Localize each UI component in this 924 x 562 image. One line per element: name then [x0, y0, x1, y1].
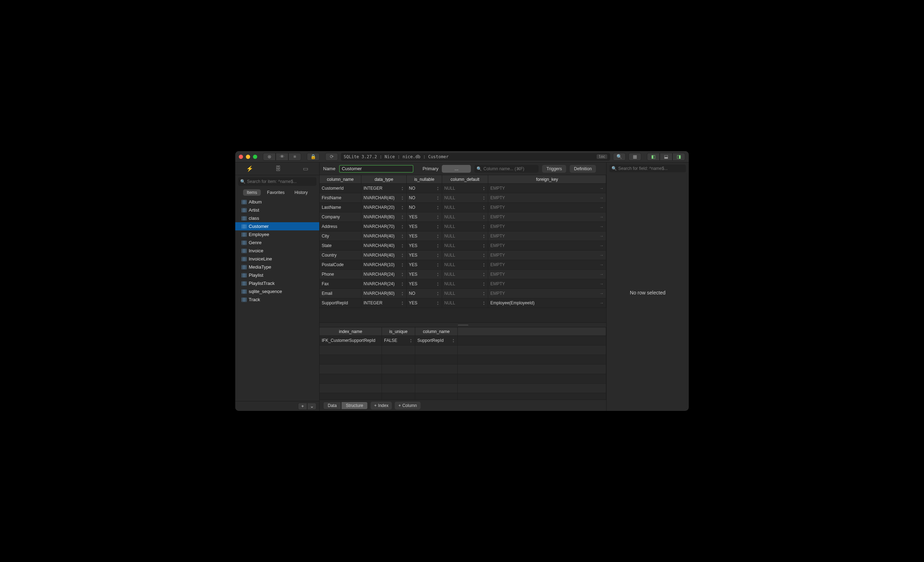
cell-column-name[interactable]: Company [320, 212, 362, 221]
cell-column-name[interactable]: Fax [320, 279, 362, 288]
arrow-right-icon[interactable]: → [600, 224, 604, 229]
cell-column-name[interactable]: Country [320, 251, 362, 260]
lock-icon[interactable]: 🔒 [307, 153, 320, 161]
tab-favorites[interactable]: Favorites [264, 189, 288, 196]
stepper-icon[interactable]: ▴▾ [410, 338, 414, 343]
cell-is-nullable[interactable]: YES▴▾ [407, 212, 442, 221]
sidebar-item[interactable]: Invoice [235, 247, 319, 255]
cell-foreign-key[interactable]: EMPTY→ [488, 251, 606, 260]
table-row[interactable]: IFK_CustomerSupportRepIdFALSE▴▾SupportRe… [320, 336, 606, 345]
table-row[interactable]: PhoneNVARCHAR(24)▴▾YES▴▾NULL▴▾EMPTY→ [320, 270, 606, 279]
cell-data-type[interactable]: NVARCHAR(70)▴▾ [362, 222, 407, 231]
cell-column-default[interactable]: NULL▴▾ [442, 270, 488, 279]
stepper-icon[interactable]: ▴▾ [437, 291, 441, 296]
cell-foreign-key[interactable]: EMPTY→ [488, 212, 606, 221]
sidebar-item[interactable]: Track [235, 296, 319, 303]
cell-data-type[interactable]: INTEGER▴▾ [362, 298, 407, 308]
stepper-icon[interactable]: ▴▾ [437, 300, 441, 306]
cell-column-default[interactable]: NULL▴▾ [442, 279, 488, 288]
cell-is-nullable[interactable]: YES▴▾ [407, 251, 442, 260]
stepper-icon[interactable]: ▴▾ [483, 224, 487, 229]
close-tab-icon[interactable]: ⊗ [263, 153, 276, 161]
cell-is-nullable[interactable]: YES▴▾ [407, 298, 442, 308]
table-row[interactable]: EmailNVARCHAR(60)▴▾NO▴▾NULL▴▾EMPTY→ [320, 289, 606, 298]
cell-column-name[interactable]: City [320, 232, 362, 241]
cell-column-name[interactable]: Phone [320, 270, 362, 279]
cell-column-default[interactable]: NULL▴▾ [442, 203, 488, 212]
cell-foreign-key[interactable]: Employee(EmployeeId)→ [488, 298, 606, 308]
arrow-right-icon[interactable]: → [600, 186, 604, 191]
list-icon[interactable]: ≡ [288, 153, 301, 161]
panel-bottom-icon[interactable]: ⬓ [660, 153, 672, 161]
sql-icon[interactable]: ▭ [303, 165, 308, 172]
cell-column-default[interactable]: NULL▴▾ [442, 232, 488, 241]
cell-column-default[interactable]: NULL▴▾ [442, 260, 488, 269]
cell-column-default[interactable]: NULL▴▾ [442, 193, 488, 202]
stepper-icon[interactable]: ▴▾ [483, 205, 487, 210]
cell-index-name[interactable]: IFK_CustomerSupportRepId [320, 336, 382, 345]
stepper-icon[interactable]: ▴▾ [483, 243, 487, 248]
cell-column-default[interactable]: NULL▴▾ [442, 241, 488, 250]
table-name-input[interactable] [339, 165, 414, 173]
cell-data-type[interactable]: NVARCHAR(40)▴▾ [362, 232, 407, 241]
eye-icon[interactable]: 👁 [276, 153, 288, 161]
cell-column-name[interactable]: SupportRepId [320, 298, 362, 308]
table-row[interactable]: StateNVARCHAR(40)▴▾YES▴▾NULL▴▾EMPTY→ [320, 241, 606, 251]
header-foreign-key[interactable]: foreign_key [488, 175, 606, 183]
triggers-button[interactable]: Triggers [542, 165, 566, 173]
sidebar-item[interactable]: MediaType [235, 263, 319, 271]
cell-foreign-key[interactable]: EMPTY→ [488, 232, 606, 241]
cell-is-nullable[interactable]: NO▴▾ [407, 203, 442, 212]
stepper-icon[interactable]: ▴▾ [402, 243, 405, 248]
stepper-icon[interactable]: ▴▾ [437, 205, 441, 210]
cell-column-default[interactable]: NULL▴▾ [442, 289, 488, 298]
sidebar-item[interactable]: Playlist [235, 271, 319, 279]
header-column-default[interactable]: column_default [442, 175, 488, 183]
database-icon[interactable]: 🗄 [275, 166, 281, 172]
stepper-icon[interactable]: ▴▾ [437, 233, 441, 239]
stepper-icon[interactable]: ▴▾ [483, 233, 487, 239]
cell-column-name[interactable]: CustomerId [320, 184, 362, 193]
table-row[interactable]: CompanyNVARCHAR(80)▴▾YES▴▾NULL▴▾EMPTY→ [320, 212, 606, 222]
stepper-icon[interactable]: ▴▾ [483, 252, 487, 258]
stepper-icon[interactable]: ▴▾ [437, 185, 441, 191]
sidebar-item[interactable]: Employee [235, 230, 319, 239]
cell-is-nullable[interactable]: YES▴▾ [407, 232, 442, 241]
stepper-icon[interactable]: ▴▾ [402, 224, 405, 229]
cell-data-type[interactable]: NVARCHAR(24)▴▾ [362, 270, 407, 279]
panel-left-icon[interactable]: ◧ [647, 153, 660, 161]
cell-data-type[interactable]: NVARCHAR(40)▴▾ [362, 193, 407, 202]
stepper-icon[interactable]: ▴▾ [402, 252, 405, 258]
cell-column-name[interactable]: Address [320, 222, 362, 231]
stepper-icon[interactable]: ▴▾ [402, 233, 405, 239]
definition-button[interactable]: Definition [570, 165, 596, 173]
table-row[interactable]: AddressNVARCHAR(70)▴▾YES▴▾NULL▴▾EMPTY→ [320, 222, 606, 232]
table-row[interactable]: CustomerIdINTEGER▴▾NO▴▾NULL▴▾EMPTY→ [320, 184, 606, 193]
stepper-icon[interactable]: ▴▾ [437, 195, 441, 201]
sidebar-item[interactable]: InvoiceLine [235, 255, 319, 263]
arrow-right-icon[interactable]: → [600, 300, 604, 305]
column-search[interactable]: 🔍 [474, 165, 538, 173]
stepper-icon[interactable]: ▴▾ [402, 195, 405, 201]
cell-column-default[interactable]: NULL▴▾ [442, 212, 488, 221]
cell-foreign-key[interactable]: EMPTY→ [488, 270, 606, 279]
add-index-button[interactable]: + Index [370, 402, 392, 410]
cell-is-nullable[interactable]: YES▴▾ [407, 241, 442, 250]
panel-right-icon[interactable]: ◨ [672, 153, 685, 161]
stepper-icon[interactable]: ▴▾ [437, 252, 441, 258]
cell-data-type[interactable]: NVARCHAR(10)▴▾ [362, 260, 407, 269]
arrow-right-icon[interactable]: → [600, 253, 604, 258]
sidebar-item[interactable]: Customer [235, 222, 319, 230]
stepper-icon[interactable]: ▴▾ [437, 281, 441, 287]
item-menu-button[interactable]: ⌄ [307, 403, 316, 410]
cell-data-type[interactable]: NVARCHAR(60)▴▾ [362, 289, 407, 298]
stepper-icon[interactable]: ▴▾ [483, 281, 487, 287]
stepper-icon[interactable]: ▴▾ [402, 185, 405, 191]
structure-tab[interactable]: Structure [341, 402, 368, 410]
arrow-right-icon[interactable]: → [600, 243, 604, 248]
cell-is-nullable[interactable]: NO▴▾ [407, 184, 442, 193]
primary-key-button[interactable]: ... [442, 165, 471, 173]
close-button[interactable] [239, 155, 243, 159]
cell-data-type[interactable]: NVARCHAR(20)▴▾ [362, 203, 407, 212]
arrow-right-icon[interactable]: → [600, 281, 604, 286]
